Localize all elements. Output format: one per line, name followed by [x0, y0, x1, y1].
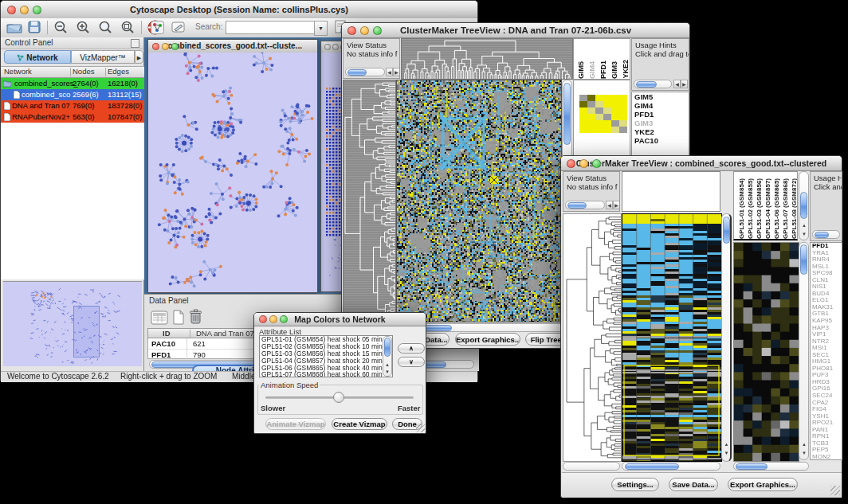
gene-list-item[interactable]: MON2: [811, 454, 842, 460]
speed-slider-thumb[interactable]: [333, 392, 344, 403]
scroll-down-arrow-icon[interactable]: ▼: [383, 369, 391, 376]
attribute-list-item[interactable]: GPL51-07 (GSM868) heat shock 60 min: [260, 371, 392, 377]
tv2-status-scrollbar[interactable]: [565, 201, 605, 209]
tv2-title-bar[interactable]: ClusterMaker TreeView : combined_scores_…: [561, 156, 842, 171]
network-plugin-icon[interactable]: [151, 21, 164, 34]
tv2-column-labels[interactable]: GPL51-01 (GSM854)GPL51-02 (GSM855)GPL51-…: [733, 171, 798, 240]
network-list-row[interactable]: combined_sco2569(6)13112(15): [1, 89, 144, 100]
birdseye-view[interactable]: [3, 281, 142, 366]
tv1-column-dendrogram[interactable]: [401, 38, 573, 80]
scroll-up-arrow-icon[interactable]: ▲: [800, 440, 808, 449]
attribute-list-vscrollbar[interactable]: ▲ ▼: [383, 336, 392, 377]
minimize-button[interactable]: [269, 315, 277, 323]
search-input[interactable]: [226, 21, 315, 34]
minimize-button[interactable]: [360, 26, 369, 35]
select-attributes-icon[interactable]: [151, 311, 168, 325]
tab-overflow-arrow[interactable]: ▶: [135, 50, 143, 64]
gene-list-item[interactable]: PAC10: [632, 136, 689, 145]
zoom-fit-icon[interactable]: [98, 21, 112, 34]
scroll-down-arrow-icon[interactable]: ▼: [800, 230, 808, 239]
tv2-export-graphics-button[interactable]: Export Graphics...: [728, 478, 798, 491]
scroll-left-arrow-icon[interactable]: ◀: [386, 68, 393, 76]
minimize-button[interactable]: [332, 44, 339, 50]
new-attribute-icon[interactable]: [171, 310, 186, 325]
tv2-settings-button[interactable]: Settings...: [611, 478, 659, 491]
zoom-in-icon[interactable]: [76, 21, 90, 34]
scroll-left-arrow-icon[interactable]: ◀: [606, 201, 613, 209]
scroll-right-arrow-icon[interactable]: ▶: [393, 68, 400, 76]
zoom-button[interactable]: [373, 26, 382, 35]
tv1-similarity-matrix[interactable]: [579, 95, 627, 133]
network-list-row[interactable]: combined_scores_2764(0)16218(0): [1, 78, 144, 89]
create-vizmap-button[interactable]: Create Vizmap: [332, 418, 387, 430]
tv1-usage-scrollbar[interactable]: [634, 80, 672, 88]
zoom-button[interactable]: [171, 43, 179, 50]
zoom-button[interactable]: [33, 6, 41, 14]
minimize-button[interactable]: [579, 159, 588, 168]
network-list-row[interactable]: DNA and Tran 07769(0)183728(0): [1, 100, 144, 111]
gene-list-item[interactable]: GIM4: [632, 101, 689, 110]
network-list-row[interactable]: RNAPuberNov2+563(0)107847(0): [1, 111, 144, 123]
delete-attribute-icon[interactable]: [189, 309, 202, 325]
close-button[interactable]: [152, 43, 159, 50]
move-up-button[interactable]: ∧: [398, 343, 425, 354]
network-view-canvas-1[interactable]: [148, 53, 317, 292]
search-dropdown-arrow[interactable]: ▼: [314, 21, 328, 36]
tv2-row-dendrogram[interactable]: [563, 213, 622, 462]
tv2-zoom-vscrollbar[interactable]: ▲ ▼: [799, 242, 809, 460]
tv2-zoom-hscrollbar[interactable]: [733, 462, 809, 471]
open-session-icon[interactable]: [6, 21, 22, 33]
tv2-heatmap-vscrollbar[interactable]: ▲ ▼: [721, 213, 732, 462]
gene-list-item[interactable]: PFD1: [632, 110, 689, 119]
gene-list-item[interactable]: GIM3: [632, 119, 689, 127]
animate-vizmap-button[interactable]: Animate Vizmap: [265, 418, 326, 430]
close-button[interactable]: [259, 315, 267, 323]
scroll-up-arrow-icon[interactable]: ▲: [800, 221, 808, 230]
gene-list-item[interactable]: YKE2: [632, 127, 689, 136]
tv1-heatmap[interactable]: [396, 80, 562, 322]
gene-list-item[interactable]: GIM5: [632, 92, 689, 101]
tv1-export-graphics-button[interactable]: Export Graphics...: [455, 333, 520, 346]
scroll-down-arrow-icon[interactable]: ▼: [723, 449, 730, 458]
scroll-up-arrow-icon[interactable]: ▲: [723, 440, 730, 449]
tv2-dendro-hscrollbar[interactable]: [563, 462, 620, 471]
scroll-left-arrow-icon[interactable]: ◀: [673, 80, 681, 88]
main-title-bar[interactable]: Cytoscape Desktop (Session Name: collins…: [1, 1, 477, 19]
scroll-up-arrow-icon[interactable]: ▲: [383, 361, 391, 369]
tv2-column-dendrogram-area[interactable]: [622, 171, 720, 212]
network-table-header[interactable]: Network Nodes Edges: [1, 66, 144, 78]
tv2-save-data-button[interactable]: Save Data...: [669, 478, 718, 491]
zoom-selected-icon[interactable]: [120, 21, 135, 34]
tv2-labels-vscrollbar[interactable]: ▲ ▼: [799, 171, 809, 240]
zoom-out-icon[interactable]: [53, 21, 68, 34]
close-button[interactable]: [324, 44, 331, 50]
close-button[interactable]: [7, 6, 16, 14]
scroll-right-arrow-icon[interactable]: ▶: [613, 201, 620, 209]
close-button[interactable]: [567, 159, 575, 168]
tv1-column-labels[interactable]: GIM5GIM4PFD1GIM3YKE2PAC10: [573, 38, 630, 80]
annotation-plugin-icon[interactable]: [171, 21, 186, 34]
float-panel-icon[interactable]: [131, 39, 139, 48]
tv2-heatmap-hscrollbar[interactable]: [622, 462, 720, 471]
zoom-button[interactable]: [280, 315, 288, 323]
tv1-title-bar[interactable]: ClusterMaker TreeView : DNA and Tran 07-…: [342, 23, 689, 38]
minimize-button[interactable]: [162, 43, 169, 50]
tab-network[interactable]: Network: [4, 50, 71, 64]
resize-grip[interactable]: [416, 424, 425, 432]
tab-vizmapper[interactable]: VizMapper™: [71, 50, 135, 64]
tv2-zoom-heatmap[interactable]: [733, 242, 799, 462]
tv2-usage-scrollbar[interactable]: [812, 230, 840, 239]
scroll-right-arrow-icon[interactable]: ▶: [681, 80, 688, 88]
tv2-heatmap[interactable]: [622, 213, 722, 462]
close-button[interactable]: [347, 26, 356, 35]
resize-grip[interactable]: [830, 486, 840, 495]
attribute-listbox[interactable]: GPL51-01 (GSM854) heat shock 05 minGPL51…: [259, 335, 393, 377]
tv1-status-scrollbar[interactable]: [345, 68, 385, 76]
tv2-gene-list[interactable]: PFD1YRA1RNR4MSL1SPC98CLN1NIS1BUD4ELG1MAK…: [810, 242, 842, 460]
save-session-icon[interactable]: [28, 21, 41, 33]
minimize-button[interactable]: [20, 6, 29, 14]
tv1-row-dendrogram[interactable]: [343, 80, 396, 322]
zoom-button[interactable]: [592, 159, 601, 168]
move-down-button[interactable]: ∨: [398, 357, 425, 367]
scroll-down-arrow-icon[interactable]: ▼: [800, 449, 808, 458]
